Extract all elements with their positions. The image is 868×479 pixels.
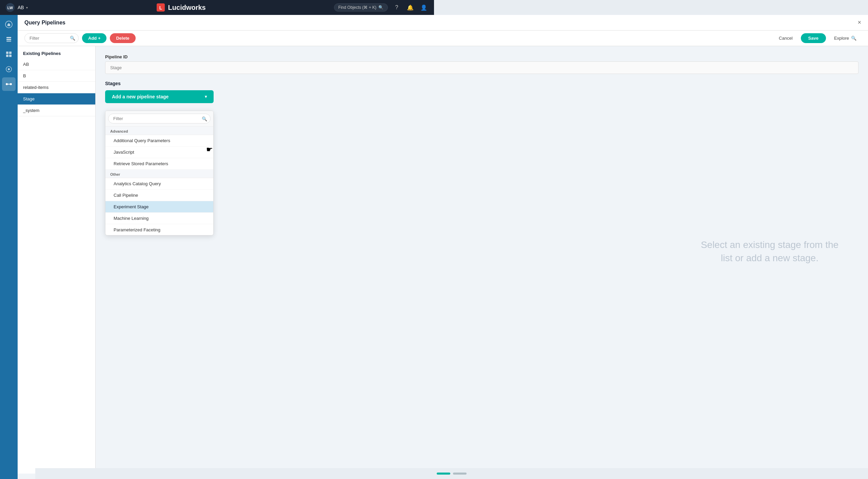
sidebar-item-analytics[interactable] [2,62,16,76]
app-selector[interactable]: AB ▾ [18,5,28,10]
pipeline-item-b[interactable]: B [18,70,95,82]
left-sidebar [0,15,18,240]
app-icon: LW [5,3,15,12]
find-objects-label: Find Objects (⌘ + K) [338,5,376,10]
user-menu-button[interactable]: 👤 [419,3,429,12]
svg-rect-6 [6,39,11,40]
app-selector-area[interactable]: LW AB ▾ [5,3,28,12]
right-panel: Pipeline ID Stages Add a new pipeline st… [96,46,434,240]
pipeline-item-related-items[interactable]: related-items [18,82,95,93]
dropdown-item-additional-query-parameters[interactable]: Additional Query Parameters [105,135,213,147]
svg-rect-7 [6,41,11,42]
sidebar-item-pipelines[interactable] [2,77,16,91]
dropdown-group-advanced: Advanced [105,127,213,135]
dropdown-menu-scroll[interactable]: Advanced Additional Query Parameters Jav… [105,127,213,235]
dropdown-item-machine-learning[interactable]: Machine Learning [105,213,213,224]
dropdown-item-retrieve-stored-parameters[interactable]: Retrieve Stored Parameters [105,158,213,170]
dropdown-item-experiment-stage[interactable]: Experiment Stage [105,201,213,213]
panel-header: Query Pipelines × [18,15,434,31]
add-stage-label: Add a new pipeline stage [112,94,169,99]
add-button[interactable]: Add + [82,33,106,43]
filter-input-wrap: 🔍 [24,33,79,43]
svg-rect-5 [6,37,11,38]
dropdown-filter-wrap: 🔍 [105,111,213,127]
svg-point-13 [8,68,10,70]
nav-center: L Lucidworks [32,3,330,12]
pipeline-item-stage[interactable]: Stage [18,93,95,105]
add-pipeline-stage-button[interactable]: Add a new pipeline stage ▾ [105,90,214,103]
svg-rect-11 [9,55,12,57]
toolbar: 🔍 Add + Delete Cancel Save Explore 🔍 [18,31,434,46]
delete-button[interactable]: Delete [110,33,135,43]
dropdown-item-call-pipeline[interactable]: Call Pipeline [105,190,213,201]
body-layout: Existing Pipelines AB B related-items St… [18,46,434,240]
pipeline-item-system[interactable]: _system [18,105,95,116]
filter-search-icon: 🔍 [70,36,75,41]
svg-point-14 [6,83,8,85]
svg-point-15 [10,83,12,85]
chevron-down-icon: ▾ [26,6,28,9]
panel-title: Query Pipelines [24,20,434,26]
svg-text:LW: LW [7,6,13,10]
stages-section-label: Stages [105,81,434,86]
svg-rect-8 [6,52,8,54]
notifications-button[interactable]: 🔔 [406,3,415,12]
dropdown-chevron-icon: ▾ [205,94,207,99]
svg-rect-10 [6,55,8,57]
sidebar-item-grid[interactable] [2,47,16,61]
dropdown-item-analytics-catalog-query[interactable]: Analytics Catalog Query [105,178,213,190]
pipelines-list: Existing Pipelines AB B related-items St… [18,46,96,240]
dropdown-item-parameterized-faceting[interactable]: Parameterized Faceting [105,224,213,235]
search-icon: 🔍 [378,5,383,10]
svg-text:L: L [159,5,162,11]
sidebar-item-layers[interactable] [2,33,16,46]
dropdown-group-other: Other [105,170,213,178]
top-navigation: LW AB ▾ L Lucidworks Find Objects (⌘ + K… [0,0,434,15]
dropdown-filter-icon: 🔍 [202,116,207,121]
pipeline-item-ab[interactable]: AB [18,59,95,70]
find-objects-button[interactable]: Find Objects (⌘ + K) 🔍 [334,3,388,12]
nav-right: Find Objects (⌘ + K) 🔍 ? 🔔 👤 [334,3,429,12]
app-name: AB [18,5,24,10]
main-content: Query Pipelines × 🔍 Add + Delete Cancel … [18,15,434,240]
svg-rect-9 [9,52,12,54]
help-button[interactable]: ? [392,3,401,12]
stage-dropdown-menu: 🔍 Advanced Additional Query Parameters J… [105,111,214,235]
logo-text: Lucidworks [168,4,206,12]
pipelines-list-header: Existing Pipelines [18,46,95,59]
lucidworks-logo: L Lucidworks [156,3,206,12]
pipeline-id-label: Pipeline ID [105,54,434,59]
dropdown-item-javascript[interactable]: JavaScript [105,147,213,158]
pipeline-id-input[interactable] [105,61,434,74]
sidebar-item-home[interactable] [2,18,16,31]
dropdown-filter-input[interactable] [108,114,211,123]
